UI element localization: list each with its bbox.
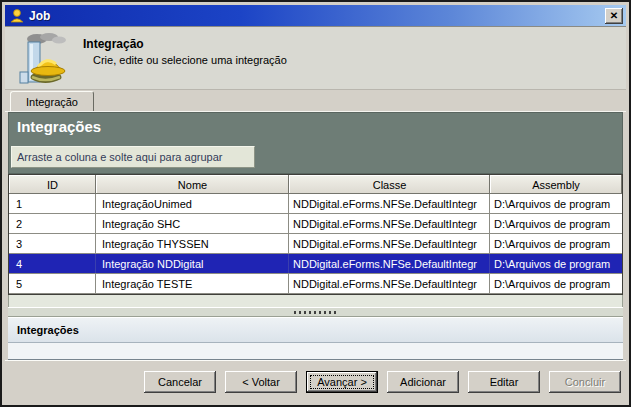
edit-button[interactable]: Editar [468,371,540,393]
tab-integracao[interactable]: Integração [10,91,94,111]
footer-label-text: Integrações [17,324,79,336]
panel-title: Integrações [9,118,622,144]
table-row[interactable]: 2 Integração SHC NDDigital.eForms.NFSe.D… [9,214,622,234]
footer-panel: Integrações [8,317,623,360]
finish-button: Concluir [549,371,621,393]
header-text: Integração Crie, edite ou selecione uma … [83,31,287,66]
back-button[interactable]: < Voltar [225,371,297,393]
grid-empty-area [8,295,623,307]
cell-nome: Integração NDDigital [96,254,289,273]
tab-page: Integrações Arraste a coluna e solte aqu… [8,112,623,360]
cancel-button[interactable]: Cancelar [144,371,216,393]
table-row[interactable]: 5 Integração TESTE NDDigital.eForms.NFSe… [9,274,622,294]
cell-assembly: D:\Arquivos de program [490,214,622,233]
cell-nome: Integração TESTE [96,274,289,293]
cell-assembly: D:\Arquivos de program [490,194,622,213]
column-header-nome[interactable]: Nome [96,175,289,194]
tab-strip: Integração [5,90,626,112]
column-header-classe[interactable]: Classe [289,175,490,194]
group-by-drop-zone[interactable]: Arraste a coluna e solte aqui para agrup… [11,146,255,168]
cell-id: 1 [9,194,96,213]
cell-id: 5 [9,274,96,293]
table-row-selected[interactable]: 4 Integração NDDigital NDDigital.eForms.… [9,254,622,274]
column-header-assembly[interactable]: Assembly [490,175,622,194]
cell-nome: Integração THYSSEN [96,234,289,253]
cell-nome: Integração SHC [96,214,289,233]
cell-id: 2 [9,214,96,233]
cell-id: 4 [9,254,96,273]
integrations-panel: Integrações Arraste a coluna e solte aqu… [8,112,623,174]
cell-assembly: D:\Arquivos de program [490,234,622,253]
tab-label: Integração [26,96,78,108]
footer-group-label: Integrações [8,317,623,343]
cell-assembly: D:\Arquivos de program [490,254,622,273]
cell-classe: NDDigital.eForms.NFSe.DefaultIntegr [289,194,490,213]
integrations-grid: ID Nome Classe Assembly 1 IntegraçãoUnim… [8,174,623,295]
cell-nome: IntegraçãoUnimed [96,194,289,213]
cell-id: 3 [9,234,96,253]
grid-header-row: ID Nome Classe Assembly [9,175,622,194]
header-title: Integração [83,37,287,51]
column-header-id[interactable]: ID [9,175,96,194]
footer-empty-bar [8,343,623,360]
next-button[interactable]: Avançar > [306,371,378,393]
wizard-header: Integração Crie, edite ou selecione uma … [5,27,626,90]
cell-classe: NDDigital.eForms.NFSe.DefaultIntegr [289,234,490,253]
cell-classe: NDDigital.eForms.NFSe.DefaultIntegr [289,214,490,233]
cell-classe: NDDigital.eForms.NFSe.DefaultIntegr [289,254,490,273]
close-button[interactable]: ✕ [605,8,623,24]
header-subtitle: Crie, edite ou selecione uma integração [93,54,287,66]
button-bar: Cancelar < Voltar Avançar > Adicionar Ed… [5,360,626,402]
table-row[interactable]: 1 IntegraçãoUnimed NDDigital.eForms.NFSe… [9,194,622,214]
window-title: Job [29,9,605,23]
cell-classe: NDDigital.eForms.NFSe.DefaultIntegr [289,274,490,293]
person-icon [9,8,25,24]
job-dialog: Job ✕ Integração Crie, edite ou selecion… [0,0,631,407]
cell-assembly: D:\Arquivos de program [490,274,622,293]
titlebar: Job ✕ [5,5,626,27]
add-button[interactable]: Adicionar [387,371,459,393]
table-row[interactable]: 3 Integração THYSSEN NDDigital.eForms.NF… [9,234,622,254]
factory-icon [17,31,69,87]
horizontal-splitter[interactable] [8,307,623,317]
close-icon: ✕ [610,11,618,21]
splitter-grip-icon [294,311,338,314]
